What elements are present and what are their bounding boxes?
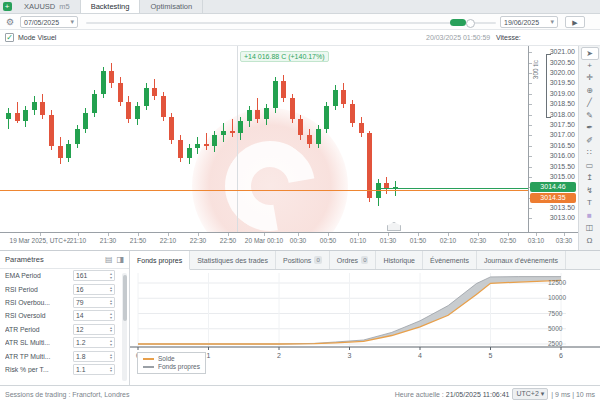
candle-body [212,135,217,145]
param-value-input[interactable]: 12▴▾ [73,324,115,335]
stepper-arrows-icon[interactable]: ▴▾ [110,272,112,279]
params-scrollbar[interactable] [122,273,127,381]
param-row: ATR Period12▴▾ [0,323,129,336]
tab-historique[interactable]: Historique [376,251,423,269]
stepper-arrows-icon[interactable]: ▴▾ [110,366,112,373]
time-axis[interactable]: 19 Mar 2025, UTC+221:1021:3021:5022:1022… [0,232,578,249]
time-tick [108,233,109,236]
price-label: 3018.00 [550,111,575,118]
time-label: 01:50 [410,237,426,244]
stepper-arrows-icon[interactable]: ▴▾ [110,286,112,293]
price-label: 3015.50 [550,163,575,170]
bell-icon[interactable]: Ω [581,235,599,248]
bottom-tab-label: Journaux d'évènements [484,257,558,264]
candle-body [126,102,131,119]
timezone-select[interactable]: UTC+2 ▾ [512,388,548,400]
time-label: 21:30 [100,237,116,244]
time-tick [198,233,199,236]
param-value: 1.8 [76,353,85,360]
crosshair-icon[interactable]: + [581,60,599,73]
param-label: RSI Period [5,286,73,293]
price-label: 3016.50 [550,142,575,149]
param-value: 161 [76,272,87,279]
price-tick [529,177,532,178]
stepper-arrows-icon[interactable]: ▴▾ [110,326,112,333]
param-value: 12 [76,326,84,333]
tab-journaux-d-v-nements[interactable]: Journaux d'évènements [477,251,566,269]
settings-gear-icon[interactable]: ⚙ [4,16,16,28]
pencil-icon[interactable]: ✎ [581,110,599,123]
param-value: 14 [76,312,84,319]
chevron-down-icon: ▾ [550,18,554,26]
param-value-input[interactable]: 16▴▾ [73,284,115,295]
price-tick [529,125,532,126]
time-tick [298,233,299,236]
param-value-input[interactable]: 1.1▴▾ [73,364,115,375]
candle-body [195,144,200,148]
bottom-tab-label: Fonds propres [137,257,182,264]
new-chart-button[interactable]: + [0,0,14,13]
tab-fonds-propres[interactable]: Fonds propres [130,251,190,270]
pen-icon[interactable]: ✒ [581,122,599,135]
cursor-icon[interactable]: ➤ [581,47,599,60]
candle-body [23,110,28,120]
trendline-icon[interactable]: ╱ [581,97,599,110]
range-slider-fill[interactable] [450,19,466,26]
price-label: 3013.50 [550,204,575,211]
param-value-input[interactable]: 1.2▴▾ [73,337,115,348]
current-time-label: Heure actuelle : [395,391,444,398]
end-date-select[interactable]: 19/06/2025 ▾ [500,16,558,28]
play-button[interactable]: ▶ [565,16,585,28]
panel-layout-icon[interactable]: ◨ [116,255,124,264]
current-time-pointer[interactable] [387,222,401,231]
text-icon[interactable]: T [581,197,599,210]
time-label: 02:50 [500,237,516,244]
camera-icon[interactable]: ◫ [581,222,599,235]
range-slider-handle[interactable] [466,19,475,28]
stepper-arrows-icon[interactable]: ▴▾ [110,339,112,346]
tab-positions[interactable]: Positions0 [276,251,330,269]
cross-light-icon[interactable]: ✛ [581,72,599,85]
tab-backtesting[interactable]: Backtesting [81,0,141,13]
profit-annotation: +14 016.88 C (+140.17%) [240,51,329,62]
time-label: 02:30 [470,237,486,244]
backtesting-label: Backtesting [91,2,130,11]
drawing-toolbar: ➤+✛⊕╱✎✒✐∷▭↥↯T■◫Ω [578,46,600,250]
color-swatch-icon[interactable]: ■ [581,210,599,223]
param-value-input[interactable]: 14▴▾ [73,310,115,321]
monitor-icon[interactable]: ▤ [105,255,113,264]
price-axis[interactable]: 300 tic 3021.003020.503020.003019.503019… [528,46,578,232]
zigzag-icon[interactable]: ↯ [581,185,599,198]
candlestick-chart[interactable]: +14 016.88 C (+140.17%) [0,46,528,232]
highlighter-icon[interactable]: ✐ [581,135,599,148]
param-row: RSI Overbou...79▴▾ [0,296,129,309]
start-date-select[interactable]: 07/05/2025 ▾ [20,16,78,28]
price-tick [529,52,532,53]
param-value-input[interactable]: 79▴▾ [73,297,115,308]
tab--v-nements[interactable]: Évènements [423,251,477,269]
tab-symbol[interactable]: XAUUSD m5 [14,0,81,13]
stepper-arrows-icon[interactable]: ▴▾ [110,299,112,306]
candle-body [238,121,243,133]
param-value-input[interactable]: 161▴▾ [73,270,115,281]
price-label: 3013.00 [550,214,575,221]
visual-mode-checkbox[interactable]: ✓ [5,33,14,42]
rectangle-icon[interactable]: ▭ [581,160,599,173]
target-icon[interactable]: ⊕ [581,85,599,98]
tab-optimisation[interactable]: Optimisation [140,0,203,13]
stepper-arrows-icon[interactable]: ▴▾ [110,312,112,319]
tab-statistiques-des-trades[interactable]: Statistiques des trades [190,251,276,269]
param-row: RSI Oversold14▴▾ [0,309,129,322]
candle-body [298,119,303,136]
param-value-input[interactable]: 1.8▴▾ [73,351,115,362]
date-range-slider[interactable] [86,22,496,24]
grid-icon[interactable]: ∷ [581,147,599,160]
tab-ordres[interactable]: Ordres0 [330,251,377,269]
entry-price-line[interactable] [0,190,528,191]
param-label: RSI Overbou... [5,299,73,306]
arrow-marker-icon[interactable]: ↥ [581,172,599,185]
param-row: EMA Period161▴▾ [0,269,129,282]
parameters-panel: Paramètres ▤ ◨ EMA Period161▴▾RSI Period… [0,250,130,385]
candle-body [255,110,260,118]
stepper-arrows-icon[interactable]: ▴▾ [110,353,112,360]
